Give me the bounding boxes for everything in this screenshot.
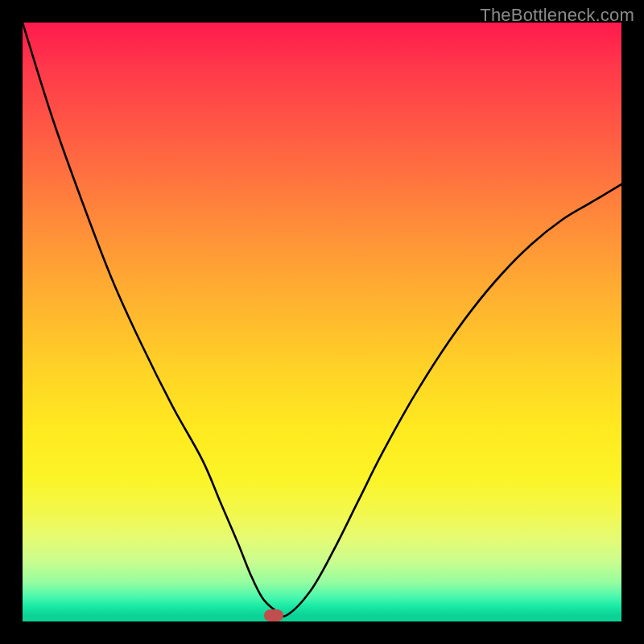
watermark-text: TheBottleneck.com <box>480 5 634 26</box>
plot-area <box>23 23 621 621</box>
minimum-marker <box>264 609 283 621</box>
bottleneck-curve <box>23 23 621 621</box>
chart-frame: TheBottleneck.com <box>0 0 644 644</box>
